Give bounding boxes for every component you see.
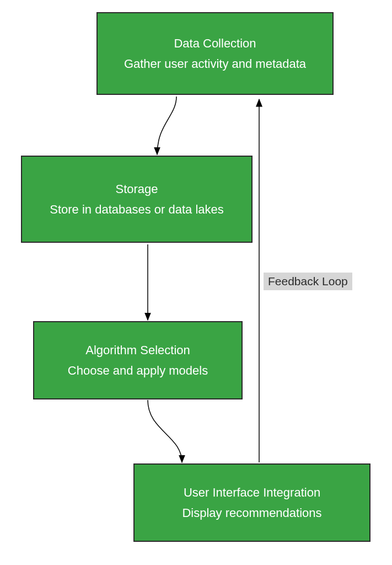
node-desc: Gather user activity and metadata	[124, 55, 306, 73]
node-storage: Storage Store in databases or data lakes	[21, 156, 253, 243]
arrow-algorithm-to-ui	[148, 400, 182, 462]
node-desc: Store in databases or data lakes	[50, 200, 224, 218]
node-title: User Interface Integration	[184, 483, 320, 502]
node-ui-integration: User Interface Integration Display recom…	[133, 463, 370, 542]
node-algorithm: Algorithm Selection Choose and apply mod…	[33, 321, 243, 399]
node-desc: Display recommendations	[182, 504, 321, 522]
node-data-collection: Data Collection Gather user activity and…	[96, 12, 334, 95]
node-title: Algorithm Selection	[85, 341, 190, 359]
node-title: Storage	[115, 180, 158, 198]
node-title: Data Collection	[174, 34, 256, 52]
arrow-collection-to-storage	[157, 97, 176, 154]
node-desc: Choose and apply models	[68, 361, 208, 380]
feedback-loop-label: Feedback Loop	[264, 273, 352, 290]
